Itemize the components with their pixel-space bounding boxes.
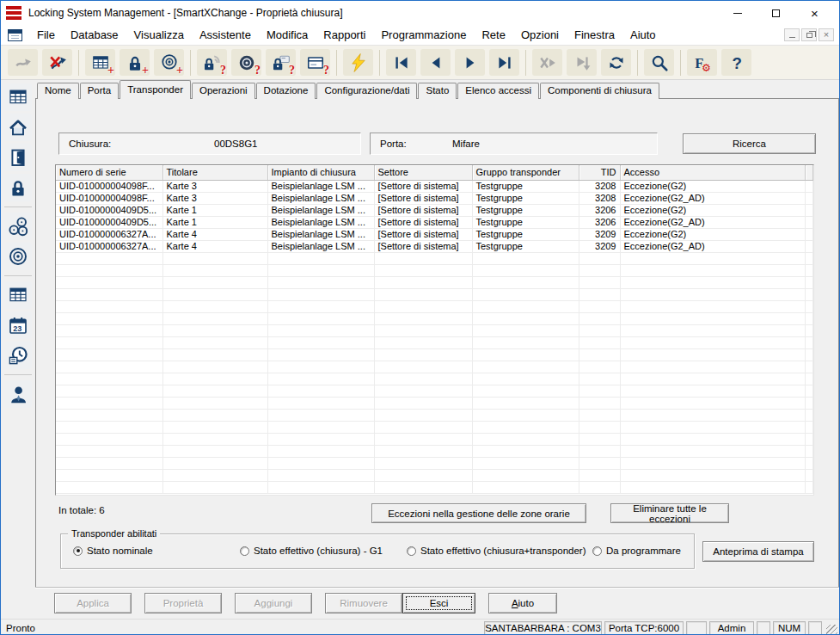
sidebar-calendar-button[interactable]: 23 (4, 311, 32, 339)
menu-item-visualizza[interactable]: Visualizza (126, 26, 192, 44)
cell (579, 385, 620, 397)
cell: Eccezione(G2) (620, 180, 805, 192)
sidebar-door-button[interactable] (4, 144, 32, 171)
table-row[interactable]: UID-010000004098F...Karte 3Beispielanlag… (56, 180, 813, 192)
table-row[interactable]: UID-010000006327A...Karte 4Beispielanlag… (56, 240, 813, 252)
cell (56, 264, 162, 276)
search-button[interactable] (644, 49, 674, 76)
eliminare-eccezioni-button[interactable]: Eliminare tutte le eccezioni (610, 503, 729, 523)
cell (805, 180, 813, 192)
ricerca-button[interactable]: Ricerca (683, 133, 816, 154)
table-row[interactable]: UID-01000000409D5...Karte 1Beispielanlag… (56, 204, 813, 216)
read-lock-button[interactable]: ? (197, 49, 227, 76)
column-header-accesso[interactable]: Accesso (620, 165, 805, 180)
minimize-button[interactable] (718, 2, 757, 24)
mdi-minimize-button[interactable] (784, 28, 800, 41)
refresh-button[interactable] (601, 49, 631, 76)
eccezioni-zone-orarie-button[interactable]: Eccezioni nella gestione delle zone orar… (371, 503, 586, 523)
toolbar-separator (336, 50, 337, 76)
first-record-button[interactable] (386, 49, 416, 76)
menu-item-rapporti[interactable]: Rapporti (316, 26, 373, 44)
cell: Testgruppe (472, 240, 579, 252)
cell (472, 409, 579, 421)
tab-nome[interactable]: Nome (37, 83, 79, 99)
cell: Eccezione(G2_AD) (620, 192, 805, 204)
radio-stato-effettivo-chiusura-g1[interactable]: Stato effettivo (chiusura) - G1 (240, 546, 383, 556)
close-button[interactable]: × (795, 2, 834, 24)
sidebar-home-button[interactable] (4, 114, 32, 141)
mdi-restore-button[interactable] (801, 28, 817, 41)
menu-item-file[interactable]: File (29, 26, 63, 44)
tab-stato[interactable]: Stato (418, 83, 457, 99)
maximize-button[interactable] (757, 2, 795, 24)
anteprima-stampa-button[interactable]: Anteprima di stampa (702, 541, 814, 562)
table-row[interactable]: UID-010000004098F...Karte 3Beispielanlag… (56, 192, 813, 204)
cell: 3208 (579, 192, 620, 204)
aiuto-button[interactable]: Aiuto (488, 593, 557, 613)
cell (56, 445, 162, 457)
tab-componenti-di-chiusura[interactable]: Componenti di chiusura (540, 83, 659, 99)
table-row[interactable]: UID-01000000409D5...Karte 1Beispielanlag… (56, 216, 813, 228)
menu-item-database[interactable]: Database (63, 26, 126, 44)
mdi-close-button[interactable]: × (819, 28, 834, 41)
menu-item-assistente[interactable]: Assistente (192, 26, 259, 44)
tab-configurazione-dati[interactable]: Configurazione/dati (316, 83, 417, 99)
program-button[interactable] (343, 49, 373, 76)
column-header-impianto-di-chiusura[interactable]: Impianto di chiusura (267, 165, 374, 180)
disconnect-button[interactable] (42, 49, 72, 76)
new-transponder-button[interactable]: + (154, 49, 184, 76)
tab-elenco-accessi[interactable]: Elenco accessi (457, 83, 539, 99)
read-mifare-lock-button[interactable]: ? (266, 49, 296, 76)
previous-record-button[interactable] (420, 49, 451, 76)
resize-grip[interactable] (826, 625, 837, 635)
column-header-settore[interactable]: Settore (374, 165, 472, 180)
menu-item-opzioni[interactable]: Opzioni (513, 26, 567, 44)
column-header-blank[interactable] (805, 165, 813, 180)
tab-dotazione[interactable]: Dotazione (256, 83, 316, 99)
read-card-button[interactable]: ? (300, 49, 330, 76)
sidebar-transponder-button[interactable] (4, 243, 32, 270)
column-header-numero-di-serie[interactable]: Numero di serie (56, 165, 162, 180)
cell (374, 433, 472, 445)
badge-question: ? (323, 64, 329, 77)
menu-item-programmazione[interactable]: Programmazione (373, 26, 474, 44)
read-transponder-button[interactable]: ? (231, 49, 261, 76)
cell (374, 312, 472, 324)
radio-stato-nominale[interactable]: Stato nominale (73, 546, 153, 556)
last-record-button[interactable] (489, 49, 519, 76)
sidebar-lock-button[interactable] (4, 174, 32, 201)
radio-da-programmare[interactable]: Da programmare (592, 546, 681, 556)
tab-porta[interactable]: Porta (80, 83, 120, 99)
sidebar-user-button[interactable] (4, 380, 32, 408)
sidebar-transponder-group-button[interactable] (4, 213, 32, 240)
help-button[interactable]: ? (721, 49, 751, 76)
rimuovere-button: Rimuovere (325, 593, 402, 613)
cell (805, 204, 813, 216)
tab-operazioni[interactable]: Operazioni (192, 83, 255, 99)
dialog-button-bar: ApplicaProprietàAggiungiRimuovereEsciAiu… (35, 587, 839, 618)
cell (620, 288, 805, 300)
menu-item-rete[interactable]: Rete (474, 26, 512, 44)
esci-button[interactable]: Esci (402, 593, 475, 613)
table-empty-row (56, 348, 813, 361)
menu-item-aiuto[interactable]: Aiuto (622, 26, 664, 44)
column-header-gruppo-transponder[interactable]: Gruppo transponder (472, 165, 579, 180)
sidebar-matrix-button[interactable] (4, 281, 32, 309)
cell (620, 300, 805, 312)
new-locking-plan-button[interactable]: + (85, 49, 115, 76)
cell (162, 373, 267, 385)
menu-item-modifica[interactable]: Modifica (259, 26, 316, 44)
column-header-titolare[interactable]: Titolare (162, 165, 267, 180)
radio-stato-effettivo-chiusura-transponder-[interactable]: Stato effettivo (chiusura+transponder) (407, 546, 586, 556)
last-record-icon (495, 53, 514, 72)
next-record-button[interactable] (455, 49, 485, 76)
sidebar-timezone-button[interactable] (4, 342, 32, 369)
column-header-tid[interactable]: TID (579, 165, 620, 180)
new-lock-button[interactable]: + (120, 49, 150, 76)
filter-settings-button[interactable]: F⚙ (687, 49, 717, 76)
table-row[interactable]: UID-010000006327A...Karte 4Beispielanlag… (56, 228, 813, 240)
tab-transponder[interactable]: Transponder (120, 80, 191, 99)
sidebar-locking-plan-button[interactable] (4, 83, 32, 111)
cell (56, 409, 162, 421)
menu-item-finestra[interactable]: Finestra (567, 26, 622, 44)
